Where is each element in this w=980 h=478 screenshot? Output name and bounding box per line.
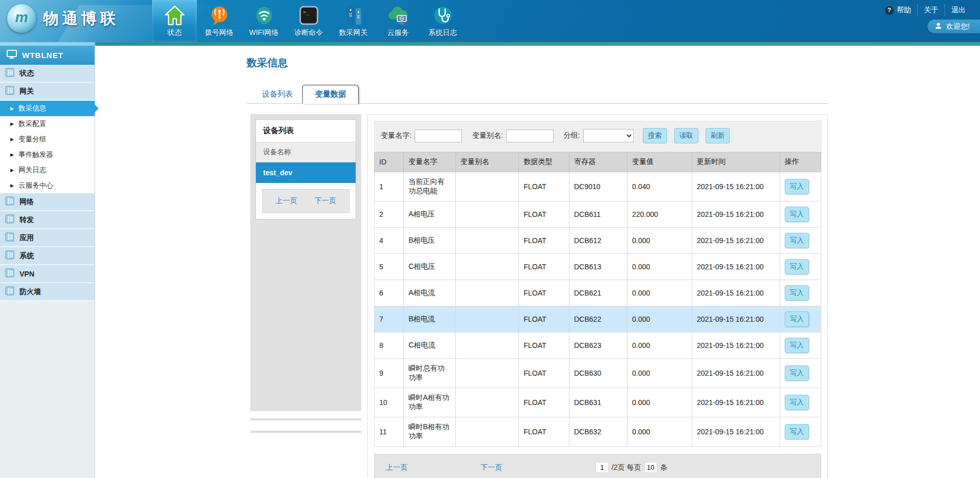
device-list-item[interactable]: test_dev (256, 162, 356, 183)
table-row: 4B相电压FLOATDCB6120.0002021-09-15 16:21:00… (375, 228, 821, 254)
page-number-input[interactable] (596, 462, 608, 473)
svg-text:>_: >_ (303, 9, 309, 15)
device-next-page-link[interactable]: 下一页 (315, 196, 336, 206)
cell-id: 2 (375, 201, 404, 228)
cell-type: FLOAT (519, 359, 569, 388)
sidebar-item-vpn[interactable]: VPN (0, 265, 95, 283)
wifi-icon (252, 4, 276, 27)
cell-updated: 2021-09-15 16:21:00 (692, 333, 780, 359)
nav-item-label: 云服务 (387, 28, 409, 38)
grid-icon (5, 68, 14, 79)
write-button[interactable]: 写入 (785, 233, 809, 248)
sidebar-item-status[interactable]: 状态 (0, 65, 95, 83)
topbar-link-label: 退出 (951, 6, 966, 15)
cell-name: 瞬时A相有功功率 (404, 388, 456, 417)
prev-page-link[interactable]: 上一页 (386, 463, 408, 472)
nav-item-wifi-network[interactable]: WIFI网络 (242, 0, 286, 42)
read-button[interactable]: 读取 (674, 128, 698, 143)
brand-name: 物通博联 (43, 8, 119, 29)
tab-variable-data[interactable]: 变量数据 (302, 85, 359, 104)
nav-item-dialup-network[interactable]: 拨号网络 (197, 0, 242, 42)
cell-updated: 2021-09-15 16:21:00 (692, 306, 780, 333)
group-select[interactable] (583, 129, 634, 142)
write-button[interactable]: 写入 (785, 179, 809, 194)
sidebar-item-daq-config[interactable]: ▶数采配置 (0, 116, 95, 132)
write-button[interactable]: 写入 (785, 207, 809, 222)
cell-type: FLOAT (519, 228, 569, 254)
nav-item-label: 状态 (168, 28, 182, 38)
sidebar-item-label: 网络 (20, 197, 34, 207)
welcome-badge[interactable]: 欢迎您! (928, 20, 980, 33)
write-button[interactable]: 写入 (785, 311, 809, 327)
device-card-title: 设备列表 (256, 120, 356, 142)
table-row: 2A相电压FLOATDCB611220.0002021-09-15 16:21:… (375, 201, 821, 228)
nav-item-label: 系统日志 (429, 28, 457, 38)
refresh-button[interactable]: 刷新 (706, 128, 730, 143)
sidebar-item-application[interactable]: 应用 (0, 229, 95, 247)
variable-name-input[interactable] (415, 130, 462, 142)
sidebar-title: WTBLNET (0, 46, 95, 65)
variable-alias-input[interactable] (506, 130, 553, 142)
cell-alias (456, 280, 519, 306)
write-button[interactable]: 写入 (785, 365, 809, 381)
cell-alias (456, 201, 519, 228)
variable-data-panel: 变量名字: 变量别名: 分组: 搜索读取刷新 ID变量名字变量别名数 (367, 114, 828, 478)
nav-item-system-log[interactable]: 系统日志 (420, 0, 465, 42)
cell-alias (456, 306, 519, 333)
grid-icon (5, 286, 14, 297)
search-button[interactable]: 搜索 (643, 128, 667, 143)
device-prev-page-link[interactable]: 上一页 (275, 196, 297, 206)
next-page-link[interactable]: 下一页 (480, 463, 502, 472)
cell-updated: 2021-09-15 16:21:00 (692, 417, 780, 447)
write-button[interactable]: 写入 (785, 424, 809, 439)
cell-type: FLOAT (519, 280, 569, 306)
table-pagination: 上一页 下一页 /2页 每页 条 (374, 454, 821, 478)
sidebar-item-firewall[interactable]: 防火墙 (0, 283, 95, 301)
cell-value: 0.040 (627, 172, 692, 201)
write-button[interactable]: 写入 (785, 259, 809, 274)
sidebar-item-network[interactable]: 网络 (0, 193, 95, 211)
table-row: 6A相电流FLOATDCB6210.0002021-09-15 16:21:00… (375, 280, 821, 306)
sidebar-item-cloud-center[interactable]: ▶云服务中心 (0, 178, 95, 193)
dialup-icon (208, 4, 231, 27)
page-size-input[interactable] (644, 462, 657, 473)
filter-buttons: 搜索读取刷新 (634, 128, 730, 143)
write-button[interactable]: 写入 (785, 338, 809, 353)
sidebar-item-forward[interactable]: 转发 (0, 211, 95, 229)
nav-item-cloud-service[interactable]: 云服务 (376, 0, 420, 42)
sidebar-item-event-trigger[interactable]: ▶事件触发器 (0, 147, 95, 162)
group-label: 分组: (564, 131, 580, 140)
sidebar-item-system[interactable]: 系统 (0, 247, 95, 265)
main-content: 数采信息 设备列表变量数据 设备列表 设备名称 test_dev 上一页 下一页 (96, 46, 980, 478)
topbar-link-logout[interactable]: 退出 (945, 5, 972, 16)
sidebar-item-gateway[interactable]: 网关 (0, 83, 95, 101)
nav-item-label: WIFI网络 (249, 28, 279, 38)
sidebar-item-label: 事件触发器 (19, 150, 53, 159)
cell-name: 当前正向有功总电能 (404, 172, 456, 201)
arrow-right-icon: ▶ (10, 122, 14, 126)
cell-type: FLOAT (519, 201, 569, 228)
cell-value: 0.000 (627, 359, 692, 388)
nav-item-daq-gateway[interactable]: 数采网关 (331, 0, 376, 42)
write-button[interactable]: 写入 (785, 395, 809, 410)
nav-item-diagnose-command[interactable]: >_诊断命令 (286, 0, 331, 42)
cell-id: 9 (375, 359, 404, 388)
cell-action: 写入 (780, 172, 821, 201)
nav-item-status[interactable]: 状态 (152, 0, 197, 42)
cell-name: 瞬时B相有功功率 (404, 417, 456, 447)
tab-device-list[interactable]: 设备列表 (253, 85, 302, 103)
tabs: 设备列表变量数据 (247, 85, 828, 104)
cell-register: DCB632 (569, 417, 627, 447)
cell-updated: 2021-09-15 16:21:00 (692, 254, 780, 280)
cell-value: 0.000 (627, 417, 692, 447)
sidebar-item-gateway-log[interactable]: ▶网关日志 (0, 162, 95, 178)
sidebar: WTBLNET 状态网关▶数采信息▶数采配置▶变量分组▶事件触发器▶网关日志▶云… (0, 46, 95, 478)
arrow-right-icon: ▶ (10, 106, 14, 111)
sidebar-item-variable-group[interactable]: ▶变量分组 (0, 132, 95, 147)
cell-action: 写入 (780, 280, 821, 306)
topbar-link-about[interactable]: 关于 (917, 5, 945, 16)
cell-register: DCB630 (569, 359, 627, 388)
topbar-link-help[interactable]: ?帮助 (879, 5, 917, 16)
write-button[interactable]: 写入 (785, 285, 809, 301)
sidebar-item-daq-info[interactable]: ▶数采信息 (0, 101, 95, 116)
